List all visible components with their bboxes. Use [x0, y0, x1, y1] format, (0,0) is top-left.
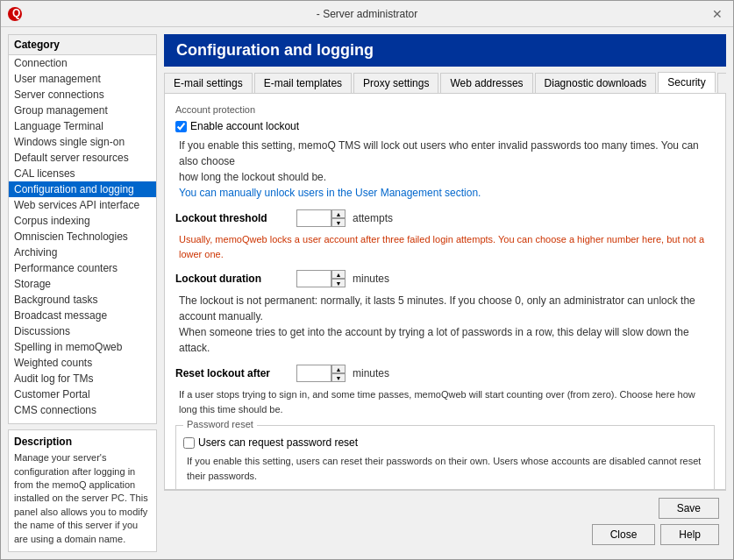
- lockout-duration-down-button[interactable]: ▼: [331, 279, 346, 287]
- sidebar-item[interactable]: Default server resources: [9, 150, 156, 166]
- tab-diagnostic-downloads[interactable]: Diagnostic downloads: [535, 73, 657, 93]
- app-icon: Q: [8, 7, 22, 21]
- lockout-duration-spinner: 5 ▲ ▼: [296, 270, 346, 287]
- tab-web-addresses[interactable]: Web addresses: [440, 73, 532, 93]
- lockout-duration-unit: minutes: [353, 273, 389, 285]
- bottom-area: Save Close Help: [164, 490, 726, 552]
- sidebar-item[interactable]: Broadcast message: [9, 308, 156, 323]
- sidebar-item[interactable]: Audit log for TMs: [9, 371, 156, 386]
- lockout-threshold-buttons: ▲ ▼: [331, 209, 346, 227]
- save-row: Save: [659, 498, 719, 519]
- reset-lockout-up-button[interactable]: ▲: [331, 365, 346, 373]
- sidebar: Category ConnectionUser managementServer…: [8, 34, 157, 552]
- sidebar-item[interactable]: Configuration and logging: [9, 181, 156, 197]
- account-protection-title: Account protection: [175, 104, 715, 115]
- right-panel: Configuration and logging E-mail setting…: [164, 34, 726, 552]
- lockout-threshold-info: Usually, memoQweb locks a user account a…: [175, 232, 715, 261]
- lockout-threshold-section: Lockout threshold 5 ▲ ▼ attempts Usually…: [175, 209, 715, 261]
- lockout-threshold-input[interactable]: 5: [296, 209, 331, 227]
- tabs-row: E-mail settingsE-mail templatesProxy set…: [164, 72, 726, 94]
- password-reset-checkbox[interactable]: [183, 437, 195, 449]
- tab-e-mail-settings[interactable]: E-mail settings: [164, 73, 253, 93]
- enable-lockout-row: Enable account lockout: [175, 120, 715, 132]
- sidebar-items-list: ConnectionUser managementServer connecti…: [9, 55, 156, 418]
- password-reset-checkbox-row: Users can request password reset: [183, 436, 707, 449]
- sidebar-item[interactable]: Corpus indexing: [9, 213, 156, 229]
- tab-security[interactable]: Security: [658, 72, 715, 93]
- save-button[interactable]: Save: [659, 498, 719, 519]
- sidebar-item[interactable]: Server connections: [9, 87, 156, 103]
- reset-lockout-down-button[interactable]: ▼: [331, 373, 346, 382]
- sidebar-item[interactable]: User management: [9, 71, 156, 87]
- lockout-duration-buttons: ▲ ▼: [331, 270, 346, 287]
- panel-header: Configuration and logging: [164, 34, 726, 67]
- sidebar-item[interactable]: Spelling in memoQweb: [9, 339, 156, 355]
- sidebar-item[interactable]: CAL licenses: [9, 166, 156, 181]
- lockout-threshold-spinner: 5 ▲ ▼: [296, 209, 346, 227]
- main-content: Category ConnectionUser managementServer…: [1, 27, 733, 559]
- enable-lockout-info: If you enable this setting, memoQ TMS wi…: [175, 138, 715, 201]
- tabs-container: E-mail settingsE-mail templatesProxy set…: [164, 72, 726, 94]
- lockout-duration-input[interactable]: 5: [296, 270, 331, 287]
- sidebar-item[interactable]: Discussions: [9, 323, 156, 339]
- reset-lockout-row: Reset lockout after 5 ▲ ▼ minutes: [175, 365, 715, 382]
- sidebar-item[interactable]: Web services API interface: [9, 197, 156, 213]
- main-window: Q - Server administrator ✕ Category Conn…: [0, 0, 734, 560]
- enable-lockout-info3: You can manually unlock users in the Use…: [179, 187, 481, 199]
- enable-lockout-info1: If you enable this setting, memoQ TMS wi…: [179, 139, 699, 167]
- lockout-threshold-up-button[interactable]: ▲: [331, 209, 346, 218]
- lockout-duration-section: Lockout duration 5 ▲ ▼ minutes The locko…: [175, 270, 715, 356]
- lockout-duration-info2: When someone tries to get into the accou…: [179, 326, 689, 354]
- sidebar-item[interactable]: Weighted counts: [9, 355, 156, 371]
- close-window-button[interactable]: ✕: [709, 5, 726, 23]
- reset-lockout-section: Reset lockout after 5 ▲ ▼ minutes If a u…: [175, 365, 715, 416]
- tab-usage-data[interactable]: Usage data: [717, 73, 726, 93]
- lockout-duration-info1: The lockout is not permanent: normally, …: [179, 294, 695, 323]
- svg-text:Q: Q: [12, 9, 20, 19]
- sidebar-item[interactable]: Omniscien Technologies: [9, 229, 156, 245]
- lockout-duration-info: The lockout is not permanent: normally, …: [175, 293, 715, 356]
- reset-lockout-spinner: 5 ▲ ▼: [296, 365, 346, 382]
- sidebar-item[interactable]: Windows single sign-on: [9, 134, 156, 150]
- description-section: Description Manage your server's configu…: [8, 429, 157, 552]
- lockout-threshold-row: Lockout threshold 5 ▲ ▼ attempts: [175, 209, 715, 227]
- sidebar-item[interactable]: Customer Portal: [9, 386, 156, 402]
- lockout-duration-up-button[interactable]: ▲: [331, 270, 346, 279]
- password-reset-label[interactable]: Users can request password reset: [198, 436, 358, 449]
- sidebar-item[interactable]: CMS connections: [9, 402, 156, 418]
- lockout-duration-label: Lockout duration: [175, 273, 289, 285]
- tab-proxy-settings[interactable]: Proxy settings: [353, 73, 438, 93]
- title-bar: Q - Server administrator ✕: [1, 1, 733, 27]
- category-section: Category ConnectionUser managementServer…: [8, 34, 157, 424]
- sidebar-item[interactable]: Archiving: [9, 245, 156, 260]
- sidebar-item[interactable]: Group management: [9, 103, 156, 118]
- lockout-duration-row: Lockout duration 5 ▲ ▼ minutes: [175, 270, 715, 287]
- reset-lockout-buttons: ▲ ▼: [331, 365, 346, 382]
- sidebar-item[interactable]: Language Terminal: [9, 118, 156, 134]
- content-area: Account protection Enable account lockou…: [164, 94, 726, 490]
- enable-lockout-info2: how long the lockout should be.: [179, 171, 326, 183]
- reset-lockout-unit: minutes: [353, 367, 389, 379]
- password-reset-section-label: Password reset: [183, 419, 257, 429]
- lockout-threshold-label: Lockout threshold: [175, 212, 289, 224]
- close-button[interactable]: Close: [592, 524, 656, 545]
- action-buttons-row: Close Help: [592, 524, 719, 545]
- description-text: Manage your server's configuration after…: [14, 451, 151, 546]
- lockout-threshold-unit: attempts: [353, 212, 393, 224]
- password-reset-info: If you enable this setting, users can re…: [183, 454, 707, 483]
- sidebar-item[interactable]: Background tasks: [9, 292, 156, 308]
- category-header: Category: [9, 35, 156, 55]
- help-button[interactable]: Help: [660, 524, 719, 545]
- lockout-threshold-down-button[interactable]: ▼: [331, 218, 346, 227]
- sidebar-item[interactable]: Storage: [9, 276, 156, 292]
- enable-lockout-checkbox[interactable]: [175, 121, 187, 132]
- sidebar-item[interactable]: Performance counters: [9, 260, 156, 276]
- reset-lockout-input[interactable]: 5: [296, 365, 331, 382]
- description-header: Description: [14, 436, 151, 448]
- reset-lockout-info: If a user stops trying to sign in, and s…: [175, 387, 715, 416]
- sidebar-item[interactable]: Connection: [9, 55, 156, 71]
- password-reset-section: Password reset Users can request passwor…: [175, 425, 715, 490]
- tab-e-mail-templates[interactable]: E-mail templates: [254, 73, 352, 93]
- enable-lockout-label[interactable]: Enable account lockout: [190, 120, 299, 132]
- reset-lockout-label: Reset lockout after: [175, 367, 289, 379]
